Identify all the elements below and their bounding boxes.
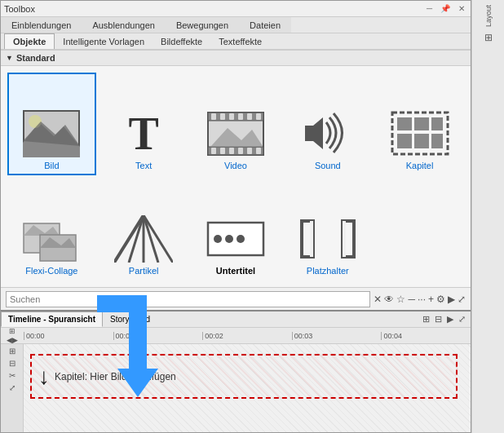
minus-icon[interactable]: ─: [408, 294, 415, 305]
object-bild[interactable]: Bild: [7, 73, 96, 175]
svg-line-35: [144, 215, 158, 263]
dots-icon[interactable]: ···: [418, 294, 426, 305]
search-icons: ✕ 👁 ☆ ─ ··· + ⚙ ▶ ⤢: [374, 294, 466, 305]
object-platzhalter[interactable]: Platzhalter: [283, 179, 372, 281]
svg-rect-12: [256, 113, 261, 120]
svg-rect-25: [397, 134, 412, 148]
tab-timeline-spuransicht[interactable]: Timeline - Spuransicht: [1, 311, 103, 327]
svg-rect-22: [397, 117, 412, 130]
svg-line-36: [144, 215, 173, 263]
timeline-left-controls: ⊞ ◀▶: [1, 326, 24, 345]
object-sound[interactable]: Sound: [283, 73, 372, 175]
svg-point-40: [237, 235, 245, 243]
chapter-track: ↓ Kapitel: Hier Bilder einfügen: [30, 354, 458, 399]
bild-icon: [22, 109, 81, 158]
objects-grid: Bild T Text: [1, 66, 471, 287]
tab-bewegungen[interactable]: Bewegungen: [166, 17, 239, 33]
text-icon: T: [114, 109, 173, 158]
fullscreen-icon[interactable]: ⤢: [458, 294, 466, 305]
svg-rect-27: [431, 134, 443, 148]
sound-label: Sound: [315, 161, 341, 170]
flexi-label: Flexi-Collage: [25, 266, 77, 276]
chapter-track-text: Kapitel: Hier Bilder einfügen: [55, 371, 176, 382]
object-untertitel[interactable]: Untertitel: [192, 179, 281, 281]
tab-einblendungen[interactable]: Einblendungen: [1, 17, 82, 33]
timeline-right-icons: ⊞ ⊟ ▶ ⤢: [421, 313, 471, 325]
object-flexi[interactable]: Flexi-Collage: [7, 179, 96, 281]
svg-marker-20: [305, 117, 323, 149]
svg-rect-24: [431, 117, 443, 130]
text-label: Text: [135, 161, 152, 170]
tl-icon-1[interactable]: ⊞: [421, 313, 431, 325]
timeline-section: Timeline - Spuransicht Storyboard ⊞ ⊟ ▶ …: [1, 310, 471, 432]
svg-rect-15: [229, 148, 234, 154]
flexi-icon: [22, 214, 81, 263]
untertitel-label: Untertitel: [216, 266, 255, 276]
eye-icon[interactable]: 👁: [384, 294, 394, 305]
svg-rect-7: [211, 113, 216, 120]
svg-line-33: [129, 215, 144, 263]
tab-bildeffekte[interactable]: Bildeffekte: [153, 34, 210, 49]
pin-button[interactable]: 📌: [438, 4, 453, 13]
timeline-content: ⊞ ⊟ ✂ ⤢: [1, 344, 471, 432]
sound-icon: [298, 109, 357, 158]
timeline-tabs: Timeline - Spuransicht Storyboard ⊞ ⊟ ▶ …: [1, 311, 471, 328]
tl-icon-3[interactable]: ▶: [445, 313, 455, 325]
tl-side-icon-2[interactable]: ◀▶: [7, 336, 18, 344]
tl-icon-4[interactable]: ⤢: [457, 313, 467, 325]
layout-icon[interactable]: ⊞: [484, 32, 493, 43]
section-header[interactable]: ▼ Standard: [1, 51, 471, 66]
settings-icon[interactable]: ⚙: [436, 294, 445, 305]
object-kapitel[interactable]: Kapitel: [375, 73, 464, 175]
minimize-button[interactable]: ─: [424, 4, 435, 13]
title-bar: Toolbox ─ 📌 ✕: [1, 1, 471, 17]
clear-search-button[interactable]: ✕: [374, 294, 382, 305]
kapitel-icon: [391, 109, 449, 158]
bild-label: Bild: [44, 161, 59, 170]
untertitel-icon: [206, 214, 265, 263]
timeline-ruler-row: ⊞ ◀▶ 00:00 00:01 00:02 00:03 00:04: [1, 328, 471, 344]
svg-point-38: [214, 235, 222, 243]
svg-rect-42: [310, 221, 313, 257]
svg-rect-10: [238, 113, 243, 120]
object-text[interactable]: T Text: [99, 73, 188, 175]
tab-ausblendungen[interactable]: Ausblendungen: [82, 17, 165, 33]
tl-side-icon-1[interactable]: ⊞: [9, 327, 15, 335]
tl-track-icon-3[interactable]: ✂: [9, 371, 15, 380]
video-icon: [206, 109, 265, 158]
add-icon[interactable]: +: [428, 294, 434, 305]
tl-icon-2[interactable]: ⊟: [433, 313, 444, 325]
svg-line-32: [114, 215, 144, 263]
ruler-mark-2: 00:02: [202, 332, 292, 340]
video-label: Video: [224, 161, 247, 170]
window-title: Toolbox: [4, 4, 35, 14]
tabs-row1: Einblendungen Ausblendungen Bewegungen D…: [1, 17, 471, 33]
chapter-arrow-icon: ↓: [38, 365, 50, 388]
layout-panel: Layout ⊞: [471, 0, 504, 433]
play-icon[interactable]: ▶: [448, 294, 455, 305]
object-video[interactable]: Video: [192, 73, 281, 175]
object-partikel[interactable]: Partikel: [99, 179, 188, 281]
svg-rect-9: [229, 113, 234, 120]
tl-track-icon-2[interactable]: ⊟: [9, 359, 15, 368]
tab-dateien[interactable]: Dateien: [239, 17, 291, 33]
tab-storyboard[interactable]: Storyboard: [103, 311, 157, 327]
tab-texteffekte[interactable]: Texteffekte: [210, 34, 270, 49]
ruler-mark-1: 00:01: [113, 332, 203, 340]
svg-rect-5: [208, 113, 263, 121]
collapse-triangle: ▼: [6, 54, 13, 62]
close-button[interactable]: ✕: [456, 4, 467, 13]
tl-track-icon-4[interactable]: ⤢: [9, 383, 15, 392]
platzhalter-label: Platzhalter: [307, 266, 349, 276]
svg-rect-11: [247, 113, 252, 120]
search-input[interactable]: [6, 291, 370, 307]
search-bar: ✕ 👁 ☆ ─ ··· + ⚙ ▶ ⤢: [1, 287, 471, 310]
ruler-mark-3: 00:03: [292, 332, 382, 340]
svg-rect-26: [414, 134, 429, 148]
svg-point-39: [225, 235, 233, 243]
star-icon[interactable]: ☆: [396, 294, 405, 305]
tab-objekte[interactable]: Objekte: [4, 33, 55, 49]
tl-track-icon-1[interactable]: ⊞: [9, 347, 15, 356]
tab-intelligente-vorlagen[interactable]: Intelligente Vorlagen: [55, 34, 153, 49]
title-bar-controls: ─ 📌 ✕: [424, 4, 467, 13]
